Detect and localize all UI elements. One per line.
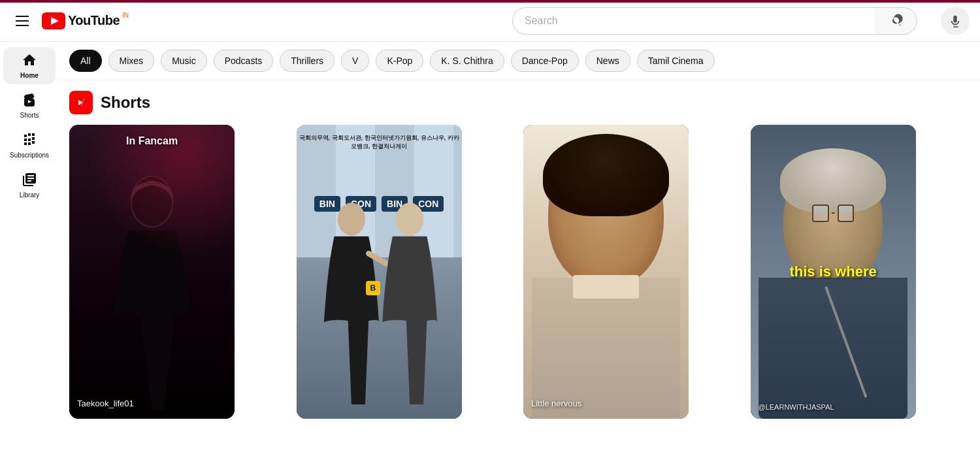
chip-all[interactable]: All [69,50,102,72]
chip-kpop[interactable]: K-Pop [376,50,423,72]
chip-kschithra[interactable]: K. S. Chithra [430,50,504,72]
chips-bar: All Mixes Music Podcasts Thrillers V K-P… [59,42,980,80]
svg-point-6 [396,203,423,235]
short-1-overlay-top: In Fancam [126,135,178,147]
short-card-2[interactable]: 국회의무역, 국회도서관, 한국인터넷가기원회, 유스나우, 카카오뱅크, 한결… [297,125,462,419]
short-2-badge: B [366,281,380,295]
mic-icon [948,14,962,28]
chip-v[interactable]: V [341,50,369,72]
shorts-icon [22,92,37,108]
search-area [512,7,917,35]
short-1-overlay-bottom: Taekook_life01 [77,399,227,408]
chip-tamilcinema[interactable]: Tamil Cinema [637,50,715,72]
chip-music[interactable]: Music [161,50,207,72]
search-icon [889,14,903,28]
topbar: YouTube IN [0,0,980,42]
sidebar-label-library: Library [20,191,40,199]
sidebar-item-home[interactable]: Home [3,47,56,84]
short-2-header-text: 국회의무역, 국회도서관, 한국인터넷가기원회, 유스나우, 카카오뱅크, 한결… [299,130,459,151]
short-card-1[interactable]: In Fancam Taekook_life01 [69,125,235,419]
library-icon [22,172,37,188]
search-input[interactable] [512,7,874,35]
yt-play-icon [42,12,65,29]
chip-mixes[interactable]: Mixes [108,50,155,72]
short-card-3[interactable]: Little nervous [523,125,689,419]
sidebar-label-shorts: Shorts [20,112,39,119]
sidebar-item-shorts[interactable]: Shorts [3,87,56,124]
sidebar-item-subscriptions[interactable]: Subscriptions [3,127,56,164]
sidebar: Home Shorts Subscriptions Library [0,42,59,419]
short-3-overlay-bottom: Little nervous [531,399,681,408]
sidebar-item-library[interactable]: Library [3,167,56,204]
two-figures [304,199,453,404]
main-content: All Mixes Music Podcasts Thrillers V K-P… [59,42,980,419]
chip-dancepop[interactable]: Dance-Pop [511,50,579,72]
mic-button[interactable] [941,7,970,35]
shorts-section: Shorts In Fancam [59,80,980,419]
short-4-overlay-bottom: @LEARNWITHJASPAL [759,403,908,411]
yt-wordmark: YouTube [68,13,120,28]
yt-country-badge: IN [122,12,129,19]
sidebar-label-subscriptions: Subscriptions [10,152,49,159]
shorts-grid: In Fancam Taekook_life01 국회의무역, 국회도서관, 한… [69,125,970,419]
shorts-header: Shorts [69,91,970,114]
short-4-yellow-text: this is where [789,263,876,280]
sidebar-label-home: Home [20,72,39,79]
chip-news[interactable]: News [585,50,630,72]
short-card-4[interactable]: this is where @LEARNWITHJASPAL [751,125,916,419]
shorts-logo-icon [69,91,93,114]
subscriptions-icon [22,132,37,148]
youtube-logo[interactable]: YouTube IN [42,12,129,29]
search-button[interactable] [874,7,917,35]
chip-thrillers[interactable]: Thrillers [280,50,335,72]
shorts-section-title: Shorts [101,93,150,112]
svg-point-4 [338,203,365,235]
chip-podcasts[interactable]: Podcasts [214,50,274,72]
home-icon [22,52,37,68]
menu-button[interactable] [10,10,34,31]
